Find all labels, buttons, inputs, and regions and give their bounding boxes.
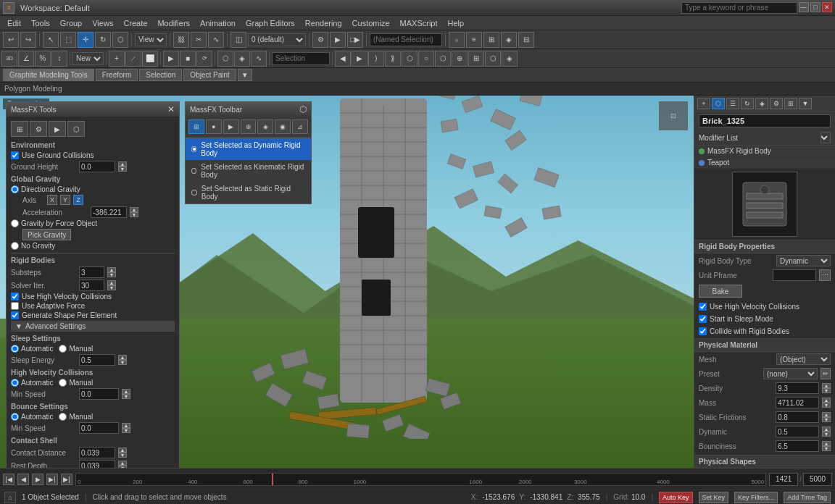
massfx-tb-btn-3[interactable]: ▶: [223, 119, 239, 134]
static-friction-down[interactable]: ▼: [822, 417, 831, 422]
right-icon-utilities[interactable]: ⚙: [770, 98, 783, 109]
percent-snap-btn[interactable]: %: [35, 51, 51, 67]
hvc-down[interactable]: ▼: [122, 394, 130, 399]
minimize-btn[interactable]: —: [799, 2, 809, 12]
solver-up[interactable]: ▲: [107, 280, 116, 285]
massfx-tb-btn-7[interactable]: ⊿: [292, 119, 308, 134]
sleep-energy-up[interactable]: ▲: [118, 355, 127, 360]
contact-dist-up[interactable]: ▲: [118, 448, 127, 453]
massfx-tb-btn-2[interactable]: ●: [206, 119, 222, 134]
anim-tool-btn11[interactable]: ◈: [502, 51, 518, 67]
create-point-btn[interactable]: +: [109, 51, 125, 67]
massfx-tb-btn-5[interactable]: ◈: [257, 119, 273, 134]
mass-up[interactable]: ▲: [822, 398, 831, 403]
hvc-minspeed-input[interactable]: [79, 388, 119, 400]
redo-btn[interactable]: ↪: [20, 32, 36, 48]
anim-tool-btn2[interactable]: ▶: [352, 51, 367, 67]
right-icon-hierarchy[interactable]: ☰: [726, 98, 739, 109]
mesh-select[interactable]: (Object): [776, 353, 831, 365]
massfx-item-static[interactable]: Set Selected as Static Rigid Body: [186, 182, 311, 203]
hvc-auto-radio[interactable]: [11, 379, 19, 387]
solver-down[interactable]: ▼: [107, 285, 116, 290]
no-gravity-radio[interactable]: [11, 242, 19, 250]
layer-select[interactable]: 0 (default): [248, 33, 306, 46]
viewport-type-select[interactable]: New: [72, 52, 104, 65]
right-icon-modify[interactable]: ⬡: [712, 98, 725, 109]
sleep-energy-down[interactable]: ▼: [118, 360, 127, 365]
menu-edit[interactable]: Edit: [3, 17, 25, 29]
tab-graphite[interactable]: Graphite Modeling Tools: [3, 69, 94, 81]
edit-spline-btn[interactable]: ∿: [251, 51, 267, 67]
sleep-manual-radio[interactable]: [59, 345, 67, 353]
menu-animation[interactable]: Animation: [196, 17, 240, 29]
rigid-body-type-select[interactable]: Dynamic Kinematic Static: [776, 255, 831, 266]
bounciness-down[interactable]: ▼: [822, 446, 831, 451]
dynamic-friction-up[interactable]: ▲: [822, 427, 831, 432]
material-editor-btn[interactable]: ◈: [501, 32, 517, 48]
adaptive-force-checkbox[interactable]: [11, 302, 19, 310]
mirror-btn[interactable]: ⬦: [449, 32, 465, 48]
prev-key-btn[interactable]: ◀: [17, 474, 29, 485]
menu-maxscript[interactable]: MAXScript: [396, 17, 442, 29]
menu-rendering[interactable]: Rendering: [301, 17, 346, 29]
high-velocity-checkbox[interactable]: [11, 293, 19, 301]
unlink-btn[interactable]: ✂: [191, 32, 207, 48]
stop-anim-btn[interactable]: ■: [180, 51, 196, 67]
play-btn[interactable]: ▶: [32, 474, 43, 485]
modifier-list-select[interactable]: [821, 132, 831, 143]
title-search-input[interactable]: [681, 2, 797, 14]
auto-key-btn[interactable]: Auto Key: [659, 492, 693, 503]
static-friction-input[interactable]: [776, 411, 819, 423]
create-line-btn[interactable]: ⟋: [125, 51, 141, 67]
viewport[interactable]: Perspective ⊡ MassFX Tools ✕ ⊞ ⚙ ▶ ⬡: [0, 96, 694, 468]
density-up[interactable]: ▲: [822, 383, 831, 388]
gravity-force-radio[interactable]: [11, 219, 19, 227]
title-search[interactable]: [681, 2, 797, 14]
axis-x-btn[interactable]: X: [47, 195, 57, 205]
massfx-tools-header[interactable]: MassFX Tools ✕: [7, 102, 179, 117]
select-btn[interactable]: ↖: [43, 32, 59, 48]
massfx-btn-1[interactable]: ⊞: [11, 121, 28, 137]
substeps-down[interactable]: ▼: [107, 272, 116, 277]
render-frame-btn[interactable]: □▶: [347, 32, 363, 48]
dynamic-friction-down[interactable]: ▼: [822, 432, 831, 437]
anim-tool-btn10[interactable]: ⬡: [485, 51, 501, 67]
static-friction-up[interactable]: ▲: [822, 412, 831, 417]
menu-create[interactable]: Create: [119, 17, 151, 29]
density-input[interactable]: [776, 382, 819, 394]
bind-space-warp[interactable]: ∿: [208, 32, 224, 48]
collide-rigid-checkbox[interactable]: [699, 327, 707, 335]
sim-btn[interactable]: ⟳: [196, 51, 212, 67]
play-anim-btn[interactable]: ▶: [163, 51, 179, 67]
right-icon-extra2[interactable]: ▼: [799, 98, 812, 109]
pick-gravity-btn[interactable]: Pick Gravity: [22, 229, 71, 240]
accel-up[interactable]: ▲: [130, 207, 138, 212]
ground-height-up[interactable]: ▲: [118, 161, 127, 167]
accel-input[interactable]: [91, 206, 127, 218]
timeline-track[interactable]: 0 200 400 600 800 1000 1600 2000 3000 40…: [75, 473, 766, 486]
axis-y-btn[interactable]: Y: [60, 195, 70, 205]
massfx-item-dynamic[interactable]: Set Selected as Dynamic Rigid Body: [186, 138, 311, 160]
angle-snap-btn[interactable]: ∠: [18, 51, 34, 67]
tab-selection[interactable]: Selection: [139, 69, 182, 81]
massfx-btn-4[interactable]: ⬡: [67, 121, 85, 137]
sleep-energy-input[interactable]: [79, 354, 115, 366]
tab-object-paint[interactable]: Object Paint: [183, 69, 236, 81]
key-filters-btn[interactable]: Key Filters...: [734, 492, 778, 503]
close-btn[interactable]: ✕: [822, 2, 832, 12]
scale-btn[interactable]: ⬡: [112, 32, 128, 48]
massfx-toolbar-header[interactable]: MassFX Toolbar ⬡: [186, 102, 311, 117]
sleep-auto-radio[interactable]: [11, 345, 19, 353]
welcome-icon[interactable]: ⌂: [4, 492, 16, 503]
menu-customize[interactable]: Customize: [348, 17, 394, 29]
viewport-nav-cube[interactable]: ⊡: [659, 101, 688, 130]
named-selection-input[interactable]: [370, 33, 442, 46]
massfx-toolbar-close[interactable]: ⬡: [299, 104, 307, 114]
substeps-input[interactable]: [79, 266, 104, 278]
bounciness-up[interactable]: ▲: [822, 441, 831, 446]
use-ground-collisions-checkbox[interactable]: [11, 151, 19, 159]
rest-depth-down[interactable]: ▼: [118, 466, 127, 468]
snap3d-btn[interactable]: 3D: [1, 51, 17, 67]
layers-btn[interactable]: ◫: [230, 32, 246, 48]
unit-pframe-input[interactable]: [773, 269, 816, 281]
